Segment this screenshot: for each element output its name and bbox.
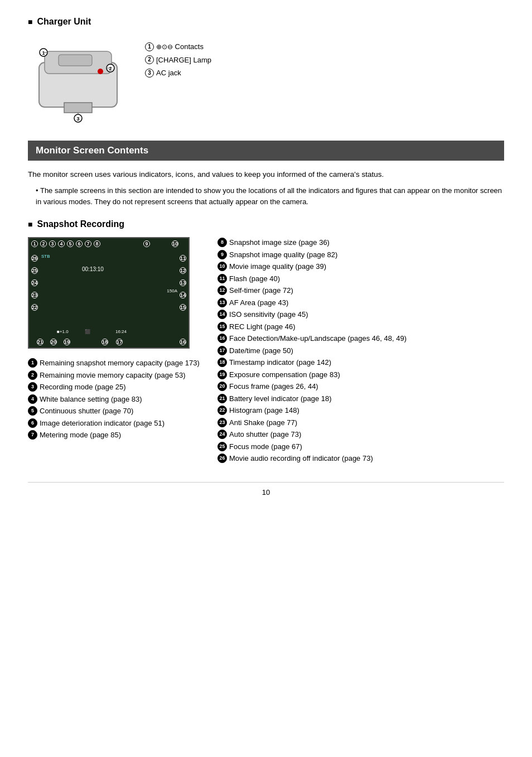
list-item: 12 Self-timer (page 72)	[217, 285, 504, 296]
item-num-26: 26	[217, 454, 227, 463]
item-num-24: 24	[217, 430, 227, 439]
list-item: 11 Flash (page 40)	[217, 273, 504, 285]
indicator-6: 6	[76, 240, 83, 247]
monitor-section-header: Monitor Screen Contents	[28, 141, 504, 161]
indicator-25: 25	[31, 267, 38, 274]
charger-content: 1 2 3 1 ⊕⊙⊖ Contacts 2 [CHARGE] Lam	[28, 35, 504, 124]
page-divider	[28, 482, 504, 483]
charger-illustration: 1 2 3	[28, 35, 128, 124]
list-item: 15 REC Light (page 46)	[217, 321, 504, 332]
indicator-19: 19	[64, 339, 70, 345]
item-num-18: 18	[217, 358, 227, 367]
item-num-14: 14	[217, 310, 227, 319]
indicator-9: 9	[143, 240, 150, 247]
charger-section: Charger Unit 1 2 3	[28, 17, 504, 124]
list-item: 7 Metering mode (page 85)	[28, 430, 201, 441]
svg-rect-4	[64, 103, 92, 113]
item-text-16: Face Detection/Make-up/Landscape (pages …	[229, 333, 407, 344]
snapshot-title: Snapshot Recording	[37, 219, 124, 229]
indicator-16: 16	[180, 339, 186, 345]
screen-mem-icon: ⬛	[85, 329, 90, 334]
item-text-2: Remaining movie memory capacity (page 53…	[40, 370, 186, 381]
item-num-5: 5	[28, 406, 37, 416]
screen-iso: 150A	[167, 288, 177, 293]
item-text-9: Snapshot image quality (page 82)	[229, 249, 337, 261]
item-num-13: 13	[217, 298, 227, 307]
list-item: 10 Movie image quality (page 39)	[217, 261, 504, 272]
item-num-8: 8	[217, 238, 227, 247]
indicator-3: 3	[49, 240, 56, 247]
item-num-3: 3	[28, 382, 37, 392]
list-item: 4 White balance setting (page 83)	[28, 394, 201, 405]
svg-text:2: 2	[109, 66, 112, 71]
list-item: 23 Anti Shake (page 77)	[217, 417, 504, 428]
item-text-12: Self-timer (page 72)	[229, 285, 293, 296]
item-num-10: 10	[217, 262, 227, 271]
item-text-24: Auto shutter (page 73)	[229, 429, 301, 440]
indicator-24: 24	[31, 279, 38, 286]
item-text-8: Snapshot image size (page 36)	[229, 237, 330, 248]
charger-item-2: 2 [CHARGE] Lamp	[145, 54, 211, 66]
item-text-3: Recording mode (page 25)	[40, 382, 126, 393]
monitor-intro: The monitor screen uses various indicato…	[28, 168, 504, 181]
item-num-16: 16	[217, 334, 227, 343]
item-num-1: 1	[28, 358, 37, 368]
item-text-26: Movie audio recording off indicator (pag…	[229, 453, 373, 464]
indicator-15: 15	[180, 304, 186, 311]
indicator-18: 18	[101, 339, 108, 345]
indicator-7: 7	[85, 240, 91, 247]
charger-labels: 1 ⊕⊙⊖ Contacts 2 [CHARGE] Lamp 3 AC jack	[145, 35, 211, 79]
list-item: 8 Snapshot image size (page 36)	[217, 237, 504, 248]
indicator-2: 2	[40, 240, 47, 247]
monitor-note: The sample screens in this section are i…	[36, 185, 504, 209]
monitor-section: Monitor Screen Contents The monitor scre…	[28, 141, 504, 208]
svg-text:3: 3	[76, 116, 79, 122]
charger-num-1: 1	[145, 42, 154, 51]
snapshot-left: 1 2 3 4 5 6 7 8 9 10 26 25 24 23 22 11 1…	[28, 237, 201, 442]
item-num-19: 19	[217, 370, 227, 379]
list-item: 18 Timestamp indicator (page 142)	[217, 357, 504, 368]
indicator-8: 8	[94, 240, 100, 247]
item-num-7: 7	[28, 430, 37, 440]
list-item: 24 Auto shutter (page 73)	[217, 429, 504, 440]
indicator-21: 21	[37, 339, 43, 345]
svg-text:1: 1	[42, 50, 45, 56]
indicator-22: 22	[31, 304, 38, 311]
charger-contacts: ⊕⊙⊖ Contacts	[156, 40, 204, 54]
list-item: 2 Remaining movie memory capacity (page …	[28, 370, 201, 381]
screen-exposure: ■+1.0	[57, 329, 69, 334]
item-text-17: Date/time (page 50)	[229, 345, 293, 356]
item-text-20: Focus frame (pages 26, 44)	[229, 381, 318, 392]
list-item: 5 Continuous shutter (page 70)	[28, 406, 201, 417]
snapshot-heading: Snapshot Recording	[28, 219, 504, 229]
item-num-11: 11	[217, 274, 227, 283]
indicator-1: 1	[31, 240, 38, 247]
item-text-5: Continuous shutter (page 70)	[40, 406, 133, 417]
list-item: 16 Face Detection/Make-up/Landscape (pag…	[217, 333, 504, 344]
svg-point-3	[98, 69, 103, 74]
list-item: 1 Remaining snapshot memory capacity (pa…	[28, 358, 201, 369]
item-text-23: Anti Shake (page 77)	[229, 417, 297, 428]
left-items-list: 1 Remaining snapshot memory capacity (pa…	[28, 358, 201, 441]
item-num-15: 15	[217, 322, 227, 331]
list-item: 25 Focus mode (page 67)	[217, 441, 504, 452]
item-num-20: 20	[217, 382, 227, 391]
list-item: 9 Snapshot image quality (page 82)	[217, 249, 504, 261]
item-text-13: AF Area (page 43)	[229, 297, 288, 308]
item-text-18: Timestamp indicator (page 142)	[229, 357, 331, 368]
charger-heading: Charger Unit	[28, 17, 504, 27]
list-item: 26 Movie audio recording off indicator (…	[217, 453, 504, 464]
list-item: 20 Focus frame (pages 26, 44)	[217, 381, 504, 392]
item-text-15: REC Light (page 46)	[229, 321, 296, 332]
screen-time: 16:24	[115, 329, 127, 334]
indicator-11: 11	[180, 255, 186, 262]
list-item: 21 Battery level indicator (page 18)	[217, 393, 504, 404]
indicator-4: 4	[58, 240, 65, 247]
item-text-19: Exposure compensation (page 83)	[229, 369, 340, 380]
charger-lamp-label: [CHARGE] Lamp	[156, 54, 211, 66]
screen-sto: STB	[41, 254, 50, 259]
screen-timer: 00:13:10	[82, 266, 104, 272]
item-num-23: 23	[217, 418, 227, 427]
indicator-13: 13	[180, 279, 186, 286]
indicator-10: 10	[172, 240, 178, 247]
